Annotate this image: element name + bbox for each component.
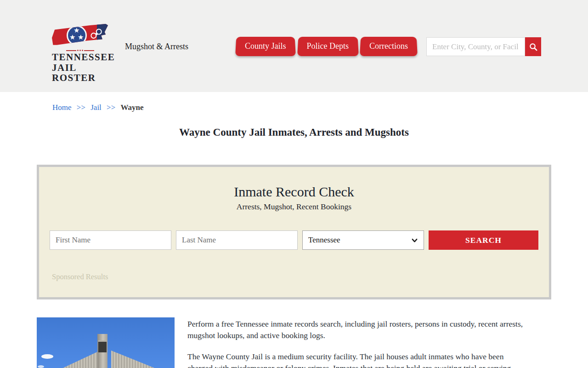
breadcrumb-jail-link[interactable]: Jail xyxy=(90,103,102,112)
last-name-field[interactable] xyxy=(176,230,298,250)
panel-subheading: Arrests, Mugshot, Recent Bookings xyxy=(39,202,549,212)
site-tagline: Mugshot & Arrests xyxy=(125,42,188,52)
search-icon xyxy=(529,42,538,52)
state-select[interactable]: Tennessee xyxy=(302,230,424,250)
cloud-shape xyxy=(38,365,44,368)
chevron-down-icon xyxy=(411,237,418,244)
star-icon: ★ xyxy=(78,34,84,41)
cloud-shape xyxy=(41,354,53,359)
breadcrumb-separator: >> xyxy=(77,103,85,112)
logo-text-line1: TENNESSEE xyxy=(52,52,112,63)
search-submit-button[interactable] xyxy=(525,37,541,56)
building-tower xyxy=(97,334,107,368)
description-text: Perform a free Tennessee inmate records … xyxy=(187,317,530,368)
tennessee-state-icon: ★ ★ ★ xyxy=(52,24,108,48)
state-select-value: Tennessee xyxy=(308,236,340,245)
nav-button-label: Police Depts xyxy=(307,41,349,51)
main-nav: County Jails Police Depts Corrections xyxy=(235,36,418,56)
main-content: Home >> Jail >> Wayne Wayne County Jail … xyxy=(0,103,588,368)
breadcrumb-home-link[interactable]: Home xyxy=(52,103,72,112)
header-search xyxy=(426,37,541,56)
breadcrumb: Home >> Jail >> Wayne xyxy=(52,103,551,112)
inmate-search-button[interactable]: SEARCH xyxy=(429,230,538,250)
nav-county-jails-button[interactable]: County Jails xyxy=(235,36,296,56)
facility-search-input[interactable] xyxy=(426,37,525,56)
site-header: ★ ★ ★ TENNESSEE JAIL ROSTER Mugshot & Ar… xyxy=(0,0,588,92)
inmate-search-form: Tennessee SEARCH xyxy=(50,230,538,250)
star-icon: ★ xyxy=(69,34,75,41)
nav-police-depts-button[interactable]: Police Depts xyxy=(297,36,359,56)
panel-heading: Inmate Record Check xyxy=(39,184,549,200)
nav-corrections-button[interactable]: Corrections xyxy=(360,36,418,56)
tristar-circle-icon: ★ ★ ★ xyxy=(67,25,87,46)
logo-divider xyxy=(52,50,108,51)
jail-info-paragraph: The Wayne County Jail is a medium securi… xyxy=(187,351,530,368)
content-row: Perform a free Tennessee inmate records … xyxy=(37,317,551,368)
first-name-field[interactable] xyxy=(50,230,171,250)
breadcrumb-separator: >> xyxy=(107,103,115,112)
jail-building-photo xyxy=(37,317,175,368)
site-logo[interactable]: ★ ★ ★ TENNESSEE JAIL ROSTER xyxy=(52,24,112,83)
tower-window xyxy=(98,340,107,352)
nav-button-label: Corrections xyxy=(369,41,408,51)
sponsored-results-label: Sponsored Results xyxy=(52,272,549,282)
handcuffs-icon xyxy=(90,28,106,41)
nav-button-label: County Jails xyxy=(245,41,286,51)
building-left-wing xyxy=(45,351,100,368)
breadcrumb-current: Wayne xyxy=(121,103,144,112)
intro-paragraph: Perform a free Tennessee inmate records … xyxy=(187,318,530,341)
building-right-wing xyxy=(111,351,169,368)
page-title: Wayne County Jail Inmates, Arrests and M… xyxy=(37,126,551,138)
inmate-record-check-panel: Inmate Record Check Arrests, Mugshot, Re… xyxy=(37,165,551,299)
logo-text-line2: JAIL ROSTER xyxy=(52,63,112,83)
